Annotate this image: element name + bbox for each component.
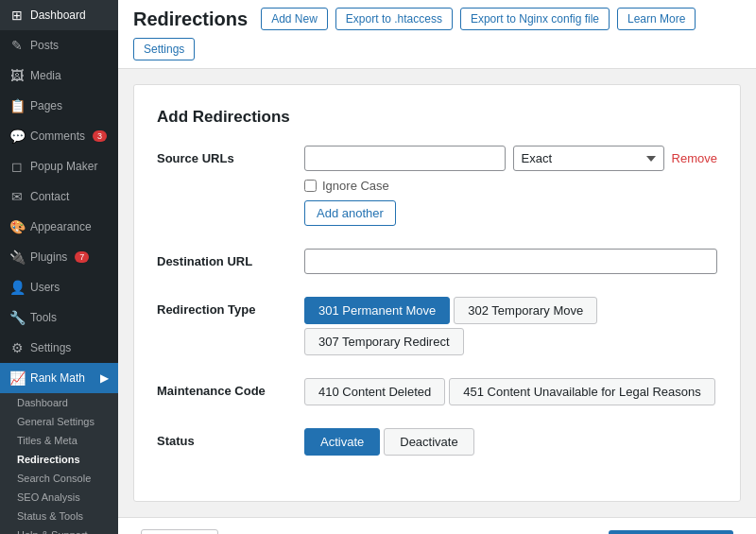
destination-url-label: Destination URL (157, 249, 289, 268)
source-urls-row: Source URLs Exact Contains Starts With E… (157, 146, 717, 226)
add-redirections-card: Add Redirections Source URLs Exact Conta… (133, 84, 741, 502)
destination-url-input[interactable] (304, 249, 717, 274)
sidebar-item-pages[interactable]: 📋 Pages (0, 91, 118, 121)
redirect-302-button[interactable]: 302 Temporary Move (454, 297, 597, 324)
source-urls-controls: Exact Contains Starts With Ends With Reg… (304, 146, 717, 226)
source-url-input-row: Exact Contains Starts With Ends With Reg… (304, 146, 717, 171)
sidebar-item-settings[interactable]: ⚙ Settings (0, 333, 118, 363)
sidebar-sub-item-rm-dashboard[interactable]: Dashboard (0, 393, 118, 412)
redirection-type-buttons: 301 Permanent Move 302 Temporary Move 30… (304, 297, 717, 355)
redirection-type-label: Redirection Type (157, 297, 289, 317)
maintenance-code-controls: 410 Content Deleted 451 Content Unavaila… (304, 378, 717, 405)
sidebar-item-appearance[interactable]: 🎨 Appearance (0, 212, 118, 242)
match-type-select[interactable]: Exact Contains Starts With Ends With Reg… (513, 146, 664, 171)
add-redirection-button[interactable]: Add Redirection (609, 530, 734, 534)
plugins-badge: 7 (75, 251, 89, 263)
rank-math-chevron: ▶ (100, 371, 109, 385)
remove-link[interactable]: Remove (672, 151, 717, 165)
form-title: Add Redirections (157, 108, 717, 127)
maintenance-code-label: Maintenance Code (157, 378, 289, 398)
sidebar-item-posts[interactable]: ✎ Posts (0, 30, 118, 60)
sidebar-sub-item-rm-redirections[interactable]: Redirections (0, 450, 118, 469)
cancel-button[interactable]: Cancel (141, 529, 218, 534)
status-controls: Activate Deactivate (304, 428, 717, 456)
destination-url-controls (304, 249, 717, 274)
source-url-input[interactable] (304, 146, 506, 171)
sidebar-item-label: Media (30, 69, 61, 82)
redirection-type-row: Redirection Type 301 Permanent Move 302 … (157, 297, 717, 355)
pages-icon: 📋 (9, 98, 25, 113)
tools-icon: 🔧 (9, 310, 25, 325)
plugins-icon: 🔌 (9, 250, 25, 265)
sidebar-item-rank-math[interactable]: 📈 Rank Math ▶ (0, 363, 118, 393)
content-area: Add Redirections Source URLs Exact Conta… (118, 69, 756, 517)
status-label: Status (157, 428, 289, 448)
sidebar-sub-item-rm-titles[interactable]: Titles & Meta (0, 431, 118, 450)
main-content: Redirections Add New Export to .htaccess… (118, 0, 756, 534)
export-htaccess-button[interactable]: Export to .htaccess (335, 8, 453, 30)
media-icon: 🖼 (9, 68, 25, 83)
comments-icon: 💬 (9, 129, 25, 144)
learn-more-button[interactable]: Learn More (617, 8, 696, 30)
sidebar-sub-item-rm-help[interactable]: Help & Support (0, 525, 118, 534)
contact-icon: ✉ (9, 189, 25, 204)
add-another-button[interactable]: Add another (304, 200, 396, 226)
deactivate-button[interactable]: Deactivate (384, 428, 473, 456)
form-footer: Cancel Add Redirection (118, 517, 756, 534)
sidebar-item-users[interactable]: 👤 Users (0, 272, 118, 302)
sidebar-item-tools[interactable]: 🔧 Tools (0, 302, 118, 333)
sidebar-item-label: Rank Math (30, 371, 85, 385)
settings-button[interactable]: Settings (133, 38, 195, 60)
ignore-case-checkbox[interactable] (304, 180, 317, 192)
comments-badge: 3 (93, 130, 107, 142)
dashboard-icon: ⊞ (9, 8, 25, 23)
sidebar-sub-item-rm-general[interactable]: General Settings (0, 412, 118, 431)
sidebar-item-plugins[interactable]: 🔌 Plugins 7 (0, 242, 118, 272)
ignore-case-label: Ignore Case (322, 179, 389, 193)
sidebar-item-label: Pages (30, 99, 62, 112)
sidebar-item-label: Tools (30, 311, 57, 324)
maintenance-451-button[interactable]: 451 Content Unavailable for Legal Reason… (449, 378, 715, 405)
header-bar: Redirections Add New Export to .htaccess… (118, 0, 756, 69)
rank-math-icon: 📈 (9, 370, 25, 386)
maintenance-code-row: Maintenance Code 410 Content Deleted 451… (157, 378, 717, 405)
sidebar-sub-item-rm-seo[interactable]: SEO Analysis (0, 488, 118, 507)
settings-icon: ⚙ (9, 340, 25, 355)
redirection-type-controls: 301 Permanent Move 302 Temporary Move 30… (304, 297, 717, 355)
sidebar-item-comments[interactable]: 💬 Comments 3 (0, 121, 118, 151)
sidebar-item-label: Popup Maker (30, 160, 97, 173)
sidebar: ⊞ Dashboard ✎ Posts 🖼 Media 📋 Pages 💬 Co… (0, 0, 118, 534)
sidebar-item-contact[interactable]: ✉ Contact (0, 181, 118, 212)
sidebar-item-label: Appearance (30, 220, 92, 233)
status-row: Status Activate Deactivate (157, 428, 717, 456)
sidebar-item-label: Plugins (30, 250, 67, 264)
appearance-icon: 🎨 (9, 219, 25, 234)
rank-math-submenu: Dashboard General Settings Titles & Meta… (0, 393, 118, 534)
users-icon: 👤 (9, 280, 25, 295)
status-buttons: Activate Deactivate (304, 428, 717, 456)
destination-url-row: Destination URL (157, 249, 717, 274)
sidebar-sub-item-rm-search[interactable]: Search Console (0, 469, 118, 488)
redirect-301-button[interactable]: 301 Permanent Move (304, 297, 450, 324)
sidebar-item-label: Posts (30, 39, 59, 52)
maintenance-code-buttons: 410 Content Deleted 451 Content Unavaila… (304, 378, 717, 405)
sidebar-item-dashboard[interactable]: ⊞ Dashboard (0, 0, 118, 30)
sidebar-item-label: Settings (30, 341, 71, 354)
sidebar-item-media[interactable]: 🖼 Media (0, 60, 118, 91)
ignore-case-row: Ignore Case (304, 179, 717, 193)
maintenance-410-button[interactable]: 410 Content Deleted (304, 378, 445, 405)
page-title: Redirections (133, 9, 248, 30)
sidebar-item-popup-maker[interactable]: ◻ Popup Maker (0, 151, 118, 181)
redirect-307-button[interactable]: 307 Temporary Redirect (304, 328, 464, 355)
sidebar-item-label: Comments (30, 129, 85, 143)
posts-icon: ✎ (9, 38, 25, 53)
sidebar-item-label: Contact (30, 190, 69, 203)
sidebar-item-label: Users (30, 281, 60, 294)
sidebar-sub-item-rm-status[interactable]: Status & Tools (0, 507, 118, 525)
sidebar-item-label: Dashboard (30, 9, 86, 22)
source-urls-label: Source URLs (157, 146, 289, 165)
popup-icon: ◻ (9, 159, 25, 174)
export-nginx-button[interactable]: Export to Nginx config file (460, 8, 610, 30)
add-new-button[interactable]: Add New (261, 8, 328, 30)
activate-button[interactable]: Activate (304, 428, 380, 456)
